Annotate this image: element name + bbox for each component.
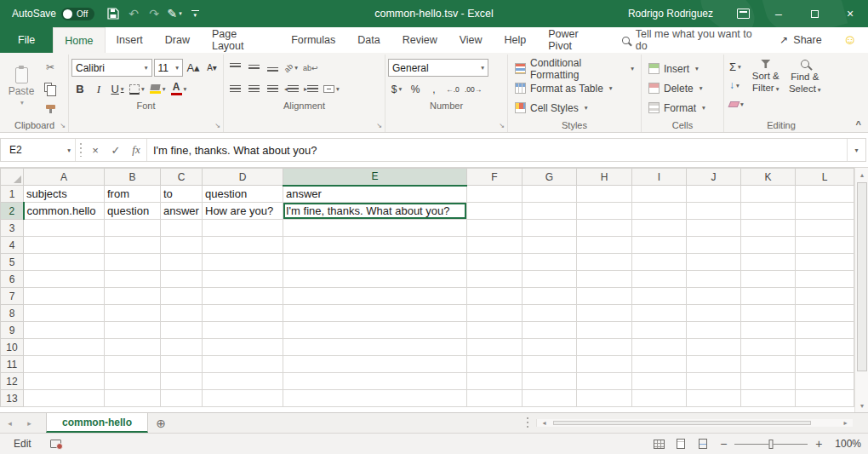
- cell-F7[interactable]: [467, 288, 523, 305]
- tab-draw[interactable]: Draw: [154, 27, 201, 53]
- cell-K7[interactable]: [741, 288, 796, 305]
- cell-J2[interactable]: [687, 203, 741, 220]
- cell-J11[interactable]: [687, 356, 741, 373]
- cell-F10[interactable]: [467, 339, 523, 356]
- cell-L3[interactable]: [796, 220, 854, 237]
- align-left-button[interactable]: [226, 80, 243, 98]
- cell-I10[interactable]: [632, 339, 687, 356]
- cell-K4[interactable]: [741, 237, 796, 254]
- tell-me-search[interactable]: Tell me what you want to do: [614, 27, 769, 53]
- ribbon-display-options-button[interactable]: [725, 0, 761, 27]
- tab-view[interactable]: View: [448, 27, 494, 53]
- cell-C10[interactable]: [161, 339, 203, 356]
- column-header-L[interactable]: L: [796, 169, 854, 186]
- decrease-decimal-button[interactable]: .00→: [463, 80, 483, 98]
- cell-B12[interactable]: [105, 373, 161, 390]
- fill-button[interactable]: ↓▾: [727, 77, 746, 94]
- cell-G5[interactable]: [523, 254, 577, 271]
- cell-D10[interactable]: [203, 339, 283, 356]
- cell-G11[interactable]: [523, 356, 577, 373]
- cell-L7[interactable]: [796, 288, 854, 305]
- clipboard-dialog-launcher[interactable]: ↘: [60, 123, 66, 129]
- scroll-down-button[interactable]: ▾: [855, 399, 868, 412]
- cell-styles-button[interactable]: Cell Styles▾: [511, 98, 638, 118]
- cell-I12[interactable]: [632, 373, 687, 390]
- cell-D1[interactable]: question: [203, 186, 283, 203]
- minimize-button[interactable]: –: [761, 0, 797, 27]
- cell-K9[interactable]: [741, 322, 796, 339]
- enter-button[interactable]: ✓: [106, 139, 126, 161]
- cell-B7[interactable]: [105, 288, 161, 305]
- cell-A3[interactable]: [24, 220, 105, 237]
- insert-function-button[interactable]: fx: [126, 139, 146, 161]
- cell-E8[interactable]: [283, 305, 467, 322]
- align-middle-button[interactable]: [245, 59, 262, 77]
- font-dialog-launcher[interactable]: ↘: [214, 123, 220, 129]
- decrease-indent-button[interactable]: ◂: [283, 80, 300, 98]
- cell-I2[interactable]: [632, 203, 687, 220]
- cell-F5[interactable]: [467, 254, 523, 271]
- cell-F2[interactable]: [467, 203, 523, 220]
- cell-D4[interactable]: [203, 237, 283, 254]
- column-header-A[interactable]: A: [24, 169, 105, 186]
- name-box[interactable]: E2▾: [1, 139, 76, 161]
- cell-I3[interactable]: [632, 220, 687, 237]
- decrease-font-size-button[interactable]: A▾: [203, 59, 220, 77]
- cell-H2[interactable]: [577, 203, 632, 220]
- cell-K1[interactable]: [741, 186, 796, 203]
- cell-E9[interactable]: [283, 322, 467, 339]
- close-button[interactable]: ×: [832, 0, 868, 27]
- column-header-D[interactable]: D: [203, 169, 283, 186]
- cell-A8[interactable]: [24, 305, 105, 322]
- cell-C2[interactable]: answer: [161, 203, 203, 220]
- cell-J9[interactable]: [687, 322, 741, 339]
- italic-button[interactable]: I: [90, 80, 107, 98]
- cell-D2[interactable]: How are you?: [203, 203, 283, 220]
- column-header-H[interactable]: H: [577, 169, 632, 186]
- row-header-9[interactable]: 9: [1, 322, 24, 339]
- cell-J5[interactable]: [687, 254, 741, 271]
- cell-I9[interactable]: [632, 322, 687, 339]
- cell-J6[interactable]: [687, 271, 741, 288]
- tab-home[interactable]: Home: [53, 27, 105, 53]
- zoom-in-button[interactable]: +: [809, 434, 828, 454]
- cell-G9[interactable]: [523, 322, 577, 339]
- cell-L2[interactable]: [796, 203, 854, 220]
- tab-power-pivot[interactable]: Power Pivot: [537, 27, 614, 53]
- align-center-button[interactable]: [245, 80, 262, 98]
- scroll-left-button[interactable]: ◂: [537, 419, 551, 427]
- row-header-11[interactable]: 11: [1, 356, 24, 373]
- cell-K2[interactable]: [741, 203, 796, 220]
- cell-H4[interactable]: [577, 237, 632, 254]
- orientation-button[interactable]: ab▾: [283, 59, 300, 77]
- cell-E4[interactable]: [283, 237, 467, 254]
- cell-A11[interactable]: [24, 356, 105, 373]
- cell-A6[interactable]: [24, 271, 105, 288]
- sort-filter-button[interactable]: Sort & Filter▾: [746, 56, 785, 118]
- cell-A12[interactable]: [24, 373, 105, 390]
- cell-L4[interactable]: [796, 237, 854, 254]
- cell-F9[interactable]: [467, 322, 523, 339]
- font-color-button[interactable]: A▾: [169, 80, 189, 98]
- row-header-4[interactable]: 4: [1, 237, 24, 254]
- cell-K11[interactable]: [741, 356, 796, 373]
- cell-A13[interactable]: [24, 390, 105, 407]
- cell-E11[interactable]: [283, 356, 467, 373]
- cell-J13[interactable]: [687, 390, 741, 407]
- align-bottom-button[interactable]: [264, 59, 281, 77]
- cell-A2[interactable]: common.hello: [24, 203, 105, 220]
- cell-G2[interactable]: [523, 203, 577, 220]
- feedback-smiley-button[interactable]: ☺: [832, 27, 868, 53]
- column-header-J[interactable]: J: [687, 169, 741, 186]
- cell-F12[interactable]: [467, 373, 523, 390]
- horizontal-scrollbar[interactable]: ◂ ▸: [536, 419, 853, 427]
- underline-button[interactable]: U▾: [109, 80, 126, 98]
- cell-I13[interactable]: [632, 390, 687, 407]
- column-header-I[interactable]: I: [632, 169, 687, 186]
- cell-B9[interactable]: [105, 322, 161, 339]
- undo-button[interactable]: ↶: [123, 0, 144, 27]
- increase-indent-button[interactable]: ▸: [302, 80, 320, 98]
- expand-formula-bar-button[interactable]: ▾: [847, 139, 865, 161]
- number-dialog-launcher[interactable]: ↘: [499, 123, 505, 129]
- format-as-table-button[interactable]: Format as Table▾: [511, 78, 638, 98]
